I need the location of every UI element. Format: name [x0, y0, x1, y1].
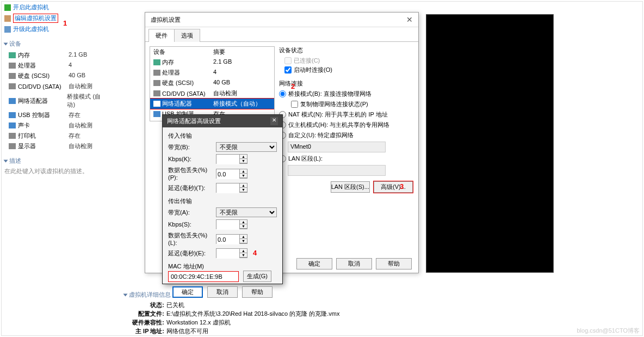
dialog-title: 虚拟机设置	[151, 16, 181, 24]
advanced-button[interactable]: 高级(V)...	[374, 181, 413, 193]
sidebar: 开启此虚拟机 编辑虚拟机设置 升级此虚拟机 设备 内存2.1 GB 处理器4 硬…	[4, 2, 108, 175]
close-icon[interactable]: ✕	[406, 15, 413, 24]
close-icon[interactable]: ✕	[270, 117, 278, 125]
network-adapter-row: 网络适配器桥接模式（自动）	[150, 99, 274, 109]
vmnet-select[interactable]: VMnet0	[288, 142, 386, 152]
vm-detail-section: 虚拟机详细信息 状态:已关机 配置文件:E:\虚拟机文件系统\3.20\Red …	[124, 291, 423, 336]
annotation-1: 1	[63, 19, 67, 27]
ok-button[interactable]: 确定	[296, 258, 332, 269]
devices-header: 设备	[4, 40, 108, 48]
kbps-in-input[interactable]	[216, 155, 239, 164]
latency-in-input[interactable]	[216, 183, 239, 193]
generate-button[interactable]: 生成(G)	[243, 271, 271, 282]
bridge-radio[interactable]	[279, 90, 286, 97]
loss-in-input[interactable]	[216, 169, 239, 179]
hardware-list[interactable]: 设备摘要 内存2.1 GB 处理器4 硬盘 (SCSI)40 GB CD/DVD…	[150, 46, 275, 121]
description-header: 描述	[4, 157, 108, 165]
replicate-checkbox[interactable]	[291, 101, 298, 108]
tab-hardware[interactable]: 硬件	[148, 29, 175, 42]
start-vm-link[interactable]: 开启此虚拟机	[4, 2, 108, 13]
lanseg-select[interactable]	[288, 165, 386, 176]
mac-address-input[interactable]	[168, 271, 239, 282]
kbps-out-input[interactable]	[216, 220, 239, 230]
loss-out-input[interactable]	[216, 235, 239, 244]
annotation-3: 3	[400, 182, 404, 191]
network-advanced-dialog: 网络适配器高级设置✕ 传入传输 带宽(B):不受限 Kbps(K):▲▼ 数据包…	[162, 114, 283, 284]
tab-options[interactable]: 选项	[174, 29, 200, 42]
cancel-button[interactable]: 取消	[336, 258, 372, 269]
watermark: blog.csdn@51CTO博客	[577, 327, 640, 335]
connect-on-start-checkbox[interactable]	[284, 66, 292, 73]
vm-preview	[426, 14, 554, 273]
bandwidth-out-select[interactable]: 不受限	[216, 207, 277, 217]
lan-segments-button[interactable]: LAN 区段(S)...	[331, 181, 370, 193]
description-text: 在此处键入对该虚拟机的描述。	[4, 167, 108, 175]
device-list: 内存2.1 GB 处理器4 硬盘 (SCSI)40 GB CD/DVD (SAT…	[9, 50, 108, 151]
connected-checkbox	[284, 57, 292, 64]
help-button[interactable]: 帮助	[376, 258, 412, 269]
edit-vm-link[interactable]: 编辑虚拟机设置	[4, 13, 108, 24]
bandwidth-in-select[interactable]: 不受限	[216, 142, 277, 152]
latency-out-input[interactable]	[216, 249, 239, 259]
annotation-4: 4	[253, 249, 257, 257]
upgrade-vm-link[interactable]: 升级此虚拟机	[4, 24, 108, 34]
annotation-2: 2	[291, 82, 295, 90]
